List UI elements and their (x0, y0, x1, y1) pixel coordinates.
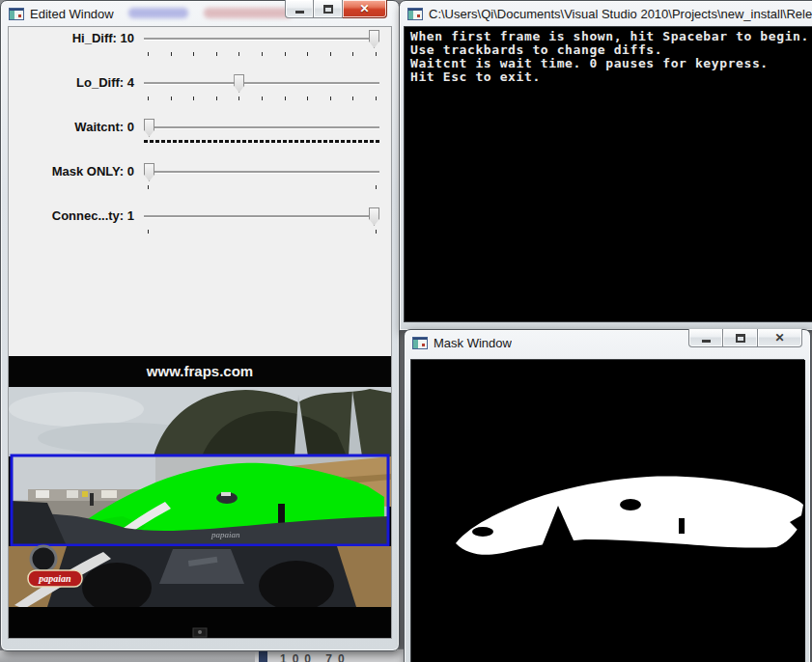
trackbar-ticks (148, 230, 376, 234)
trackbar-slider-connectivity[interactable] (144, 207, 379, 245)
trackbar-thumb-lo-diff[interactable] (234, 74, 244, 93)
opencv-window-icon (9, 8, 24, 20)
close-button[interactable]: ✕ (343, 0, 387, 18)
trackbar-channel (144, 215, 379, 218)
trackbar-label-lo-diff: Lo_Diff: 4 (9, 75, 144, 90)
console-client: When first frame is shown, hit Spacebar … (404, 26, 812, 322)
console-title: C:\Users\Qi\Documents\Visual Studio 2010… (429, 7, 812, 21)
trackbar-channel (144, 38, 379, 41)
person (90, 493, 94, 506)
edited-window-title: Edited Window (30, 7, 114, 21)
trackbar-label-connectivity: Connec...ty: 1 (9, 208, 144, 223)
trackbar-thumb-waitcnt[interactable] (144, 119, 154, 137)
trackbar-slider-lo-diff[interactable] (144, 73, 379, 112)
close-icon: ✕ (774, 332, 784, 344)
trackbar-channel (144, 126, 379, 129)
trackbar-label-mask-only: Mask ONLY: 0 (9, 164, 144, 179)
maximize-icon (736, 334, 745, 343)
trackbar-lo-diff: Lo_Diff: 4 (9, 73, 391, 118)
trackbar-thumb-connectivity[interactable] (369, 207, 379, 226)
console-line: Hit Esc to exit. (410, 70, 812, 84)
papaian-logo-text: papaian (38, 573, 71, 584)
minimize-icon (702, 340, 711, 343)
trackbar-ticks (148, 52, 376, 57)
glass-artifact-red-icon (204, 8, 293, 18)
house (36, 490, 49, 498)
opencv-window-icon (412, 337, 428, 349)
trackbar-slider-mask-only[interactable] (144, 162, 379, 201)
camera-ring (31, 546, 56, 571)
console-line: When first frame is shown, hit Spacebar … (410, 30, 812, 43)
trackbar-channel (144, 171, 379, 174)
mask-slit (679, 518, 685, 534)
edited-window-client: Hi_Diff: 10Lo_Diff: 4Waitcnt: 0Mask ONLY… (8, 26, 392, 639)
house (101, 490, 117, 498)
trackbar-thumb-mask-only[interactable] (144, 163, 154, 181)
maximize-icon (323, 5, 333, 14)
trackbar-ticks (148, 185, 376, 190)
trackbar-waitcnt: Waitcnt: 0 (9, 118, 391, 162)
tire-right (259, 561, 334, 611)
minimize-button[interactable] (285, 0, 314, 18)
edited-window-caption-buttons: ✕ (285, 0, 387, 18)
mask-window: Mask Window ✕ (404, 329, 811, 662)
trackbar-label-hi-diff: Hi_Diff: 10 (9, 31, 144, 45)
cloud (9, 392, 144, 427)
fraps-banner-text: www.fraps.com (146, 363, 253, 379)
trackbar-hi-diff: Hi_Diff: 10 (9, 29, 391, 73)
mask-caption-buttons: ✕ (688, 329, 802, 347)
maximize-button[interactable] (723, 329, 758, 347)
house (67, 490, 78, 498)
trackbar-slider-hi-diff[interactable] (144, 29, 379, 68)
minimize-button[interactable] (688, 329, 723, 347)
cowl-logo-text: papaian (210, 530, 240, 539)
console-icon (407, 8, 423, 20)
rc-car-top (221, 492, 231, 496)
trackbar-slider-waitcnt[interactable] (144, 118, 379, 156)
trackbar-ticks (148, 97, 376, 101)
trackbar-label-waitcnt: Waitcnt: 0 (9, 120, 144, 134)
watermark-dot (198, 630, 202, 634)
console-line: Use trackbards to change diffs. (410, 43, 812, 57)
close-icon: ✕ (359, 3, 369, 14)
trackbar-channel (144, 82, 379, 85)
mask-hole (620, 499, 641, 510)
console-window: C:\Users\Qi\Documents\Visual Studio 2010… (399, 0, 812, 331)
console-output: When first frame is shown, hit Spacebar … (405, 27, 812, 84)
mask-display (410, 359, 804, 662)
desktop: 100 70 Edited Window ✕ Hi_Diff: 10Lo_Dif… (0, 0, 812, 662)
trackbar-connectivity: Connec...ty: 1 (9, 207, 391, 251)
mask-hole (472, 527, 493, 537)
trackbar-mask-only: Mask ONLY: 0 (9, 162, 391, 207)
minimize-icon (295, 11, 304, 14)
trackbar-thumb-hi-diff[interactable] (369, 30, 379, 48)
video-display[interactable]: www.fraps.com (9, 356, 391, 638)
maximize-button[interactable] (314, 0, 343, 18)
edited-window: Edited Window ✕ Hi_Diff: 10Lo_Diff: 4Wai… (0, 0, 400, 651)
console-line: Waitcnt is wait time. 0 pauses for keypr… (410, 57, 812, 70)
glass-artifact-blue-icon (128, 8, 188, 18)
console-titlebar[interactable]: C:\Users\Qi\Documents\Visual Studio 2010… (400, 1, 812, 26)
suspension (159, 549, 244, 584)
trackbar-ticks (144, 140, 379, 143)
background-window-text: 100 70 (280, 652, 350, 662)
close-button[interactable]: ✕ (758, 329, 802, 347)
mask-window-title: Mask Window (434, 336, 512, 350)
sign (82, 491, 88, 497)
tire-left (82, 563, 152, 613)
trackbar-panel: Hi_Diff: 10Lo_Diff: 4Waitcnt: 0Mask ONLY… (9, 29, 391, 251)
